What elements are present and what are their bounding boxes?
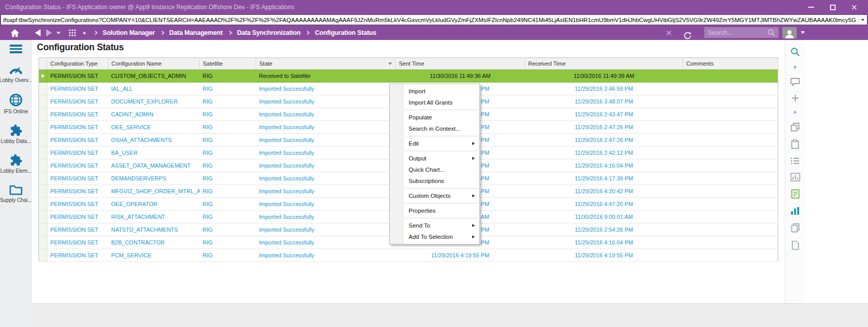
- row-selector-cell[interactable]: [39, 108, 47, 121]
- right-toolbar: [785, 40, 805, 303]
- cell-received: 11/29/2016 2:46:59 PM: [525, 83, 683, 95]
- cell-name: ASSET_DATA_MANAGEMENT: [108, 159, 200, 172]
- cell-comments: [683, 134, 778, 147]
- row-selector-cell[interactable]: [39, 70, 47, 83]
- sidebar-item-supply-chai[interactable]: Supply Chai...: [0, 183, 32, 203]
- cell-name: MFGVIZ_SHOP_ORDER_MTRL_AVAIL: [108, 185, 200, 198]
- sidebar-item-lobby-elem[interactable]: Lobby Elem...: [0, 154, 32, 174]
- table-row[interactable]: PERMISSION SETPCM_SERVICERIGImported Suc…: [39, 249, 778, 262]
- home-icon: [10, 29, 20, 37]
- minimize-button[interactable]: [807, 3, 815, 11]
- back-icon: [35, 29, 41, 36]
- row-selector-cell[interactable]: [39, 147, 47, 159]
- row-selector-cell[interactable]: [39, 83, 47, 95]
- puzzle-icon: [10, 154, 23, 167]
- copy-icon[interactable]: [791, 223, 800, 233]
- cell-comments: [683, 172, 778, 185]
- list-icon[interactable]: [790, 157, 800, 165]
- breadcrumb-item-solution-manager[interactable]: Solution Manager: [103, 29, 155, 36]
- menu-divider: [406, 136, 478, 136]
- notes-icon[interactable]: [791, 189, 800, 199]
- app-grid-button[interactable]: [68, 26, 76, 40]
- globe-icon: [9, 93, 23, 107]
- address-bar: [0, 14, 868, 26]
- cell-sent: 11/29/2016 4:19:55 PM: [396, 249, 525, 262]
- cell-state: Received to Satellite: [256, 70, 396, 83]
- breadcrumb-item-configuration-status[interactable]: Configuration Status: [315, 29, 376, 36]
- row-selector-cell[interactable]: [39, 223, 47, 236]
- column-header-comments[interactable]: Comments: [683, 58, 778, 70]
- column-header-satellite[interactable]: Satellite: [200, 58, 256, 70]
- menu-item-edit[interactable]: Edit: [390, 138, 479, 149]
- menu-item-output[interactable]: Output: [390, 153, 479, 164]
- breadcrumb-item-data-synchronization[interactable]: Data Synchronization: [237, 29, 301, 36]
- comment-icon[interactable]: [790, 77, 800, 87]
- sidebar-item-lobby-overv[interactable]: Lobby Overv...: [0, 63, 32, 83]
- sidebar-item-lobby-data[interactable]: Lobby Data...: [0, 124, 32, 144]
- close-page-button[interactable]: [663, 26, 675, 40]
- cell-received: 11/30/2016 11:49:39 AM: [525, 70, 683, 83]
- history-dropdown-button[interactable]: [56, 26, 61, 40]
- clipboard-icon[interactable]: [791, 139, 799, 149]
- row-selector-cell[interactable]: [39, 172, 47, 185]
- search-input[interactable]: [708, 29, 767, 36]
- menu-item-add-to-selection[interactable]: Add To Selection: [390, 231, 479, 242]
- page-icon[interactable]: [792, 240, 799, 250]
- breadcrumb-item-data-management[interactable]: Data Management: [169, 29, 223, 36]
- user-menu-caret[interactable]: [801, 31, 805, 34]
- cell-state: Imported Successfully: [256, 95, 396, 108]
- table-row[interactable]: PERMISSION SETCUSTOM_OBJECTS_ADMINRIGRec…: [39, 70, 778, 83]
- row-selector-cell[interactable]: [39, 198, 47, 211]
- sidebar-item-ifs-online[interactable]: IFS Online: [0, 93, 32, 114]
- cell-received: 11/29/2016 2:54:26 PM: [525, 223, 683, 236]
- menu-item-quick-chart[interactable]: Quick Chart...: [390, 164, 479, 175]
- menu-item-search-in-context[interactable]: Search in Context...: [390, 123, 479, 134]
- row-selector-cell[interactable]: [39, 249, 47, 262]
- dot-separator-icon: [83, 32, 86, 34]
- forward-button[interactable]: [46, 26, 52, 40]
- row-selector-cell[interactable]: [39, 121, 47, 134]
- expand-arrow-icon[interactable]: [793, 110, 798, 115]
- column-header-configuration-type[interactable]: Configuration Type: [47, 58, 108, 70]
- address-input[interactable]: [1, 14, 858, 25]
- user-avatar-button[interactable]: [782, 27, 797, 38]
- home-button[interactable]: [10, 26, 20, 40]
- menu-item-properties[interactable]: Properties: [390, 205, 479, 216]
- back-button[interactable]: [35, 26, 41, 40]
- address-dropdown-button[interactable]: [858, 14, 867, 25]
- menu-item-import[interactable]: Import: [390, 86, 479, 97]
- bar-chart-icon[interactable]: [790, 207, 800, 215]
- search-icon: [767, 29, 775, 36]
- layers-icon[interactable]: [790, 122, 800, 132]
- cell-state: Imported Successfully: [256, 236, 396, 249]
- add-icon[interactable]: [792, 94, 799, 102]
- row-selector-cell[interactable]: [39, 236, 47, 249]
- menu-item-send-to[interactable]: Send To: [390, 220, 479, 231]
- cell-satellite: RIG: [200, 83, 256, 95]
- expand-arrow-icon[interactable]: [793, 65, 798, 70]
- maximize-button[interactable]: [829, 3, 836, 11]
- column-header-received-time[interactable]: Received Time: [525, 58, 683, 70]
- row-selector-cell[interactable]: [39, 134, 47, 147]
- menu-item-import-all-grants[interactable]: Import All Grants: [390, 97, 479, 108]
- search-icon[interactable]: [790, 47, 800, 57]
- row-selector-cell[interactable]: [39, 159, 47, 172]
- column-header-configuration-name[interactable]: Configuration Name: [108, 58, 200, 70]
- window-controls: [807, 3, 863, 11]
- chart-frame-icon[interactable]: [790, 173, 800, 181]
- cell-name: B2B_CONTRACTOR: [108, 236, 200, 249]
- menu-item-custom-objects[interactable]: Custom Objects: [390, 190, 479, 201]
- row-selector-cell[interactable]: [39, 95, 47, 108]
- menu-item-subscriptions[interactable]: Subscriptions: [390, 175, 479, 187]
- close-button[interactable]: [851, 3, 858, 11]
- cell-type: PERMISSION SET: [47, 159, 108, 172]
- selected-row-arrow-icon: [42, 74, 45, 78]
- row-selector-cell[interactable]: [39, 211, 47, 223]
- column-header-sent-time[interactable]: Sent Time: [396, 58, 525, 70]
- row-selector-cell[interactable]: [39, 185, 47, 198]
- menu-toggle-button[interactable]: [10, 45, 22, 53]
- menu-item-populate[interactable]: Populate: [390, 112, 479, 123]
- column-header-state[interactable]: State: [256, 58, 396, 70]
- window-titlebar: Configuration Status - IFS Application o…: [0, 0, 868, 14]
- cell-received: 11/29/2016 4:20:42 PM: [525, 185, 683, 198]
